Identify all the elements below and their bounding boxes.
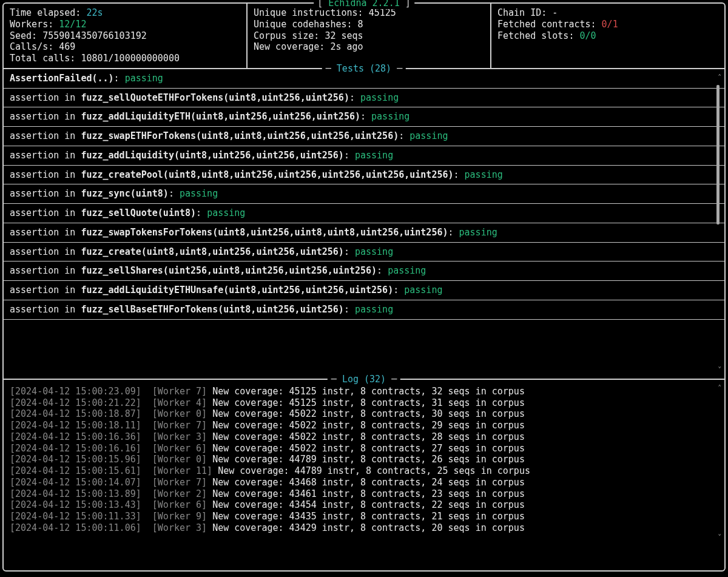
log-line: [2024-04-12 15:00:23.09] [Worker 7] New … <box>10 386 718 397</box>
test-name: fuzz_createPool(uint8,uint8,uint256,uint… <box>81 169 453 180</box>
callsps-label: Calls/s: <box>10 41 53 52</box>
log-timestamp: [2024-04-12 15:00:18.11] <box>10 420 152 431</box>
log-worker: [Worker 0] <box>152 408 212 419</box>
time-elapsed-label: Time elapsed: <box>10 7 81 18</box>
log-worker: [Worker 11] <box>152 465 218 476</box>
test-prefix: assertion in <box>10 169 81 180</box>
coverage-label: New coverage: <box>254 41 325 52</box>
uniq-hash-value: 8 <box>358 19 363 30</box>
log-line: [2024-04-12 15:00:15.61] [Worker 11] New… <box>10 465 718 477</box>
test-status: passing <box>404 285 442 295</box>
stats-panel-chain: Chain ID: - Fetched contracts: 0/1 Fetch… <box>491 4 724 68</box>
log-timestamp: [2024-04-12 15:00:13.89] <box>10 488 152 499</box>
workers-label: Workers: <box>10 19 53 30</box>
log-worker: [Worker 3] <box>152 522 212 533</box>
coverage-value: 2s ago <box>330 41 363 52</box>
test-row[interactable]: AssertionFailed(..): passing <box>4 69 724 89</box>
test-name: fuzz_sellQuote(uint8) <box>81 208 196 218</box>
slots-label: Fetched slots: <box>497 30 574 41</box>
log-worker: [Worker 9] <box>152 511 212 522</box>
test-status: passing <box>355 246 393 257</box>
test-status: passing <box>125 73 163 84</box>
log-message: New coverage: 45022 instr, 8 contracts, … <box>212 443 525 454</box>
test-name: fuzz_addLiquidity(uint8,uint256,uint256,… <box>81 150 343 161</box>
test-row[interactable]: assertion in fuzz_sellBaseETHForTokens(u… <box>4 300 724 320</box>
test-prefix: assertion in <box>10 285 81 295</box>
test-row[interactable]: assertion in fuzz_swapTokensForTokens(ui… <box>4 223 724 243</box>
stats-panel-coverage: Unique instructions: 45125 Unique codeha… <box>248 4 491 68</box>
test-prefix: assertion in <box>10 130 81 141</box>
log-worker: [Worker 7] <box>152 477 212 488</box>
test-status: passing <box>355 304 393 315</box>
test-row[interactable]: assertion in fuzz_addLiquidity(uint8,uin… <box>4 146 724 166</box>
chain-value: - <box>552 7 558 18</box>
log-message: New coverage: 44789 instr, 8 contracts, … <box>218 465 530 476</box>
test-status: passing <box>360 92 399 103</box>
test-status: passing <box>459 227 497 238</box>
log-message: New coverage: 43454 instr, 8 contracts, … <box>212 499 525 510</box>
test-row[interactable]: assertion in fuzz_sellQuote(uint8): pass… <box>4 204 724 223</box>
test-row[interactable]: assertion in fuzz_sellShares(uint256,uin… <box>4 262 724 281</box>
workers-value: 12/12 <box>59 19 86 30</box>
log-line: [2024-04-12 15:00:21.22] [Worker 4] New … <box>10 397 718 409</box>
stats-row: Time elapsed: 22s Workers: 12/12 Seed: 7… <box>4 4 724 69</box>
log-worker: [Worker 7] <box>152 386 212 397</box>
test-prefix: assertion in <box>10 227 81 238</box>
log-worker: [Worker 2] <box>152 488 212 499</box>
test-name: fuzz_swapETHForTokens(uint8,uint8,uint25… <box>81 130 399 141</box>
seed-value: 7559014350766103192 <box>42 30 147 41</box>
corpus-label: Corpus size: <box>254 30 319 41</box>
log-message: New coverage: 45125 instr, 8 contracts, … <box>212 386 525 397</box>
test-prefix: assertion in <box>10 92 81 103</box>
log-worker: [Worker 7] <box>152 420 212 431</box>
log-line: [2024-04-12 15:00:13.43] [Worker 6] New … <box>10 499 718 511</box>
test-name: AssertionFailed(..) <box>10 73 114 84</box>
scroll-up-icon[interactable]: ˄ <box>718 383 722 393</box>
contracts-value: 0/1 <box>602 19 618 30</box>
test-prefix: assertion in <box>10 265 81 276</box>
scroll-down-icon[interactable]: ˅ <box>718 365 722 375</box>
test-name: fuzz_create(uint8,uint8,uint256,uint256,… <box>81 246 343 257</box>
test-status: passing <box>355 150 393 161</box>
log-line: [2024-04-12 15:00:11.33] [Worker 9] New … <box>10 511 718 522</box>
log-timestamp: [2024-04-12 15:00:21.22] <box>10 397 152 408</box>
tests-list[interactable]: ˄ ˅ AssertionFailed(..): passingassertio… <box>4 69 724 379</box>
test-prefix: assertion in <box>10 111 81 122</box>
scroll-up-icon[interactable]: ˄ <box>718 73 722 83</box>
test-row[interactable]: assertion in fuzz_swapETHForTokens(uint8… <box>4 127 724 146</box>
echidna-frame: [ Echidna 2.2.1 ] Time elapsed: 22s Work… <box>2 2 726 572</box>
test-status: passing <box>410 130 448 141</box>
test-row[interactable]: assertion in fuzz_sync(uint8): passing <box>4 184 724 204</box>
test-row[interactable]: assertion in fuzz_addLiquidityETH(uint8,… <box>4 107 724 127</box>
slots-value: 0/0 <box>579 30 596 41</box>
log-list[interactable]: ˄ ˅ [2024-04-12 15:00:23.09] [Worker 7] … <box>4 380 724 546</box>
log-message: New coverage: 43435 instr, 8 contracts, … <box>212 511 525 522</box>
contracts-label: Fetched contracts: <box>497 19 596 30</box>
log-timestamp: [2024-04-12 15:00:18.87] <box>10 408 152 419</box>
test-row[interactable]: assertion in fuzz_addLiquidityETHUnsafe(… <box>4 281 724 300</box>
log-message: New coverage: 43468 instr, 8 contracts, … <box>212 477 525 488</box>
log-line: [2024-04-12 15:00:11.06] [Worker 3] New … <box>10 522 718 534</box>
log-worker: [Worker 4] <box>152 397 212 408</box>
test-prefix: assertion in <box>10 150 81 161</box>
log-timestamp: [2024-04-12 15:00:11.33] <box>10 511 152 522</box>
uniq-hash-label: Unique codehashes: <box>254 19 352 30</box>
log-section: ─ Log (32) ─ ˄ ˅ [2024-04-12 15:00:23.09… <box>4 380 724 546</box>
stats-panel-runtime: Time elapsed: 22s Workers: 12/12 Seed: 7… <box>4 4 248 68</box>
scrollbar-thumb[interactable] <box>716 85 720 224</box>
test-row[interactable]: assertion in fuzz_sellQuoteETHForTokens(… <box>4 89 724 108</box>
test-name: fuzz_sellQuoteETHForTokens(uint8,uint256… <box>81 92 349 103</box>
test-name: fuzz_addLiquidityETHUnsafe(uint8,uint256… <box>81 285 393 295</box>
log-line: [2024-04-12 15:00:15.96] [Worker 0] New … <box>10 454 718 465</box>
time-elapsed-value: 22s <box>86 7 103 18</box>
test-row[interactable]: assertion in fuzz_create(uint8,uint8,uin… <box>4 243 724 262</box>
test-row[interactable]: assertion in fuzz_createPool(uint8,uint8… <box>4 166 724 185</box>
seed-label: Seed: <box>10 30 37 41</box>
scroll-down-icon[interactable]: ˅ <box>718 533 722 542</box>
tests-section: ─ Tests (28) ─ ˄ ˅ AssertionFailed(..): … <box>4 69 724 380</box>
log-timestamp: [2024-04-12 15:00:13.43] <box>10 499 152 510</box>
log-line: [2024-04-12 15:00:16.16] [Worker 6] New … <box>10 443 718 454</box>
test-prefix: assertion in <box>10 188 81 199</box>
test-status: passing <box>207 208 245 218</box>
log-message: New coverage: 43461 instr, 8 contracts, … <box>212 488 525 499</box>
